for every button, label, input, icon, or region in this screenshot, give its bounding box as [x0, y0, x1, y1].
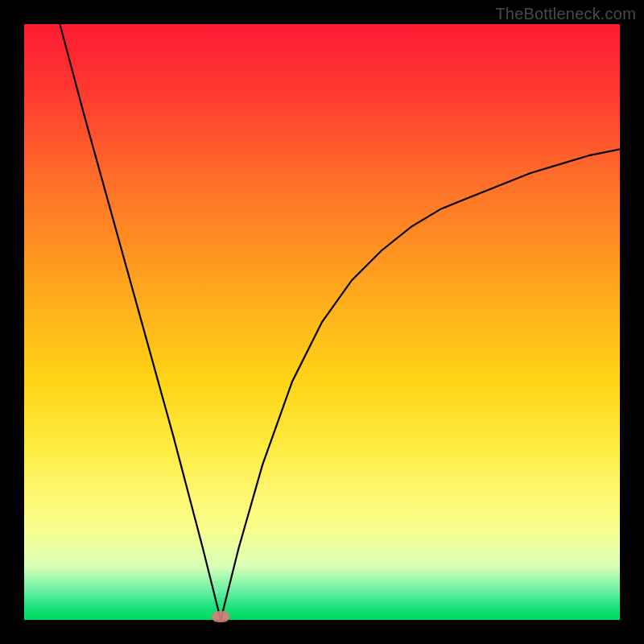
bottleneck-curve	[24, 24, 620, 620]
chart-frame: TheBottleneck.com	[0, 0, 644, 644]
watermark-text: TheBottleneck.com	[495, 5, 636, 23]
minimum-marker	[212, 611, 229, 622]
plot-area	[24, 24, 620, 620]
